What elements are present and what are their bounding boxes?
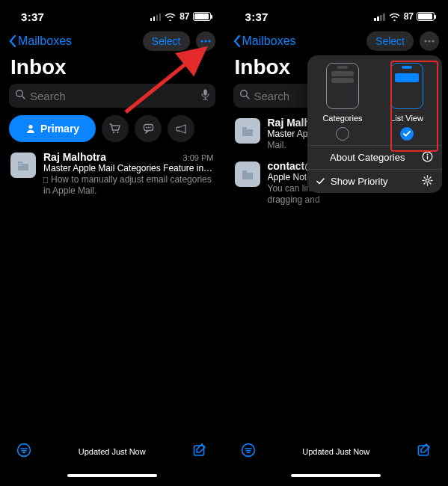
status-icons: 87	[150, 11, 211, 22]
view-option-label: Categories	[322, 114, 362, 123]
svg-rect-16	[21, 163, 22, 164]
page-title: Inbox	[0, 54, 224, 84]
svg-rect-36	[427, 156, 428, 159]
cart-icon	[109, 123, 121, 134]
footer-status: Updated Just Now	[302, 447, 369, 456]
home-indicator	[291, 474, 381, 477]
back-button[interactable]: Mailboxes	[233, 34, 296, 48]
nav-row: Mailboxes Select	[224, 28, 449, 54]
svg-point-1	[204, 40, 206, 42]
search-bar[interactable]	[9, 84, 215, 108]
chat-icon	[143, 123, 154, 134]
select-button[interactable]: Select	[366, 31, 414, 51]
show-priority-row[interactable]: Show Priority	[307, 169, 442, 193]
filter-button[interactable]	[241, 443, 256, 461]
avatar	[10, 153, 36, 178]
about-categories-row[interactable]: About Categories	[307, 145, 442, 169]
message-preview: ⎕How to manually adjust email categories…	[43, 174, 214, 197]
select-button[interactable]: Select	[143, 31, 190, 51]
avatar	[235, 162, 260, 187]
status-time: 3:37	[245, 10, 269, 23]
message-subject: Master Apple Mail Categories Feature in …	[43, 163, 214, 174]
status-bar: 3:37 87	[0, 0, 224, 28]
category-updates[interactable]	[135, 115, 162, 142]
ellipsis-icon	[424, 40, 435, 43]
battery-icon	[417, 12, 435, 21]
back-label: Mailboxes	[242, 34, 296, 48]
svg-rect-33	[247, 173, 253, 179]
avatar	[235, 118, 260, 144]
filter-button[interactable]	[16, 443, 31, 461]
chevron-left-icon	[233, 35, 241, 47]
show-priority-label: Show Priority	[331, 176, 388, 187]
compose-button[interactable]	[192, 443, 207, 461]
svg-point-37	[426, 179, 429, 182]
back-button[interactable]: Mailboxes	[9, 34, 72, 48]
svg-rect-32	[242, 170, 247, 179]
screen-right: 3:37 87 Mailboxes Select	[224, 0, 449, 486]
svg-rect-13	[18, 162, 22, 170]
radio-checked-icon[interactable]	[400, 127, 414, 141]
svg-point-7	[113, 132, 114, 133]
compose-icon	[192, 443, 207, 458]
home-indicator	[67, 474, 157, 477]
ellipsis-icon	[200, 40, 211, 43]
battery-icon	[193, 12, 211, 21]
svg-point-25	[424, 40, 426, 42]
category-promotions[interactable]	[168, 115, 194, 142]
more-button[interactable]	[196, 31, 215, 51]
person-icon	[25, 123, 36, 134]
message-body: Raj Malhotra 3:09 PM Master Apple Mail C…	[43, 151, 214, 197]
inbox-glyph-icon: ⎕	[43, 176, 48, 184]
battery-indicator: 87	[179, 11, 210, 22]
back-label: Mailboxes	[18, 34, 72, 48]
nav-row: Mailboxes Select	[0, 28, 224, 54]
filter-icon	[241, 443, 256, 458]
wifi-icon	[389, 13, 400, 21]
cellular-signal-icon	[374, 13, 385, 21]
footer-status: Updated Just Now	[79, 447, 146, 456]
view-option-label: List View	[390, 114, 423, 123]
svg-line-4	[22, 96, 25, 99]
message-time: 3:09 PM	[183, 153, 214, 162]
nav-actions: Select	[366, 31, 439, 51]
wifi-icon	[165, 13, 176, 21]
nav-actions: Select	[143, 31, 215, 51]
status-icons: 87	[374, 11, 435, 22]
svg-rect-17	[19, 165, 20, 166]
more-button[interactable]	[420, 31, 439, 51]
building-icon	[241, 126, 254, 136]
radio-unchecked-icon[interactable]	[336, 127, 349, 141]
search-input[interactable]	[30, 90, 197, 102]
svg-point-2	[208, 40, 210, 42]
message-row[interactable]: Raj Malhotra 3:09 PM Master Apple Mail C…	[0, 150, 224, 204]
svg-line-29	[246, 96, 249, 99]
svg-point-0	[200, 40, 203, 42]
svg-rect-14	[22, 164, 28, 170]
compose-button[interactable]	[417, 443, 432, 461]
svg-point-11	[147, 127, 149, 129]
bottom-bar: Updated Just Now	[0, 437, 224, 486]
status-bar: 3:37 87	[224, 0, 449, 28]
view-option-listview[interactable]: List View	[378, 63, 436, 141]
building-icon	[16, 160, 30, 170]
svg-point-26	[428, 40, 430, 42]
screen-left: 3:37 87 Mailboxes Select	[0, 0, 224, 486]
gear-icon	[422, 175, 433, 188]
svg-rect-31	[247, 129, 253, 136]
svg-point-27	[432, 40, 434, 42]
compose-icon	[417, 443, 432, 458]
megaphone-icon	[176, 124, 187, 134]
message-from: Raj Malhotra	[43, 151, 106, 163]
category-shopping[interactable]	[102, 115, 129, 142]
svg-point-8	[117, 132, 118, 133]
categories-glyph-icon	[326, 63, 359, 109]
listview-glyph-icon	[390, 63, 423, 109]
mic-icon[interactable]	[201, 89, 209, 103]
category-primary-label: Primary	[40, 123, 79, 135]
svg-point-10	[146, 127, 147, 129]
filter-icon	[16, 443, 31, 458]
about-categories-label: About Categories	[330, 152, 405, 163]
view-option-categories[interactable]: Categories	[313, 63, 372, 141]
category-primary[interactable]: Primary	[9, 115, 96, 142]
